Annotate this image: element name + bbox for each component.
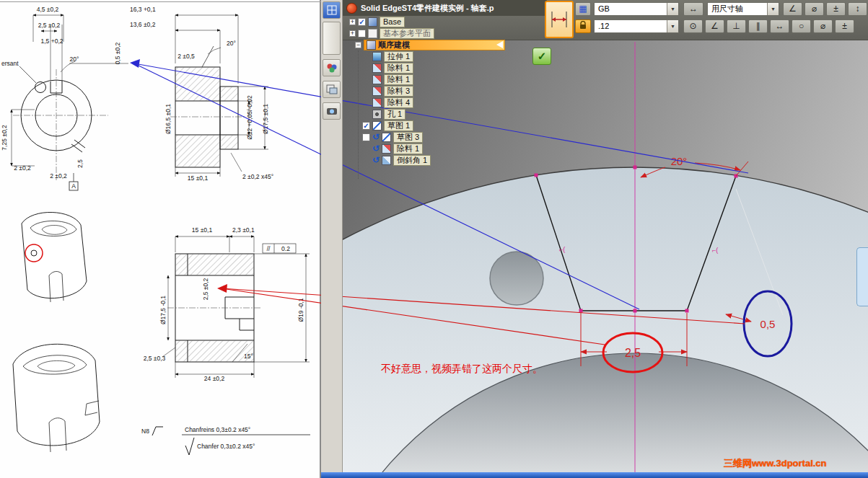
- edgebar-tab[interactable]: [856, 247, 868, 306]
- tree-item-label[interactable]: 基本参考平面: [380, 28, 434, 39]
- dimension-grid-icon-button[interactable]: ▦: [575, 2, 591, 16]
- cutout-icon: [372, 87, 382, 96]
- tree-item-cutout[interactable]: 除料 3: [345, 85, 518, 97]
- dim-label: 2,3 ±0,1: [232, 226, 255, 234]
- dock-grid-icon[interactable]: [323, 1, 341, 19]
- offset-dimension-value[interactable]: 0,5: [760, 318, 776, 330]
- tree-item-cutout[interactable]: 除料 4: [345, 97, 518, 108]
- iso-view-1: [22, 212, 87, 302]
- perpendicular-tool-button[interactable]: ⊥: [727, 19, 746, 33]
- tree-item-base[interactable]: + ✓ Base: [345, 16, 518, 27]
- parallelism-value: 0.2: [281, 245, 290, 252]
- diameter-dimension-tool-button[interactable]: ⌀: [805, 2, 824, 16]
- tree-item-label[interactable]: 除料 3: [384, 86, 413, 97]
- window-title: Solid EdgeST4零件建模实例 - 轴套.p: [361, 3, 494, 14]
- dim-label: 1,5 +0,2: [41, 37, 63, 45]
- dim-label: 2 ±0,2 x45°: [242, 173, 273, 180]
- part-hole[interactable]: [490, 252, 543, 305]
- checkbox-unchecked[interactable]: [362, 133, 370, 141]
- vertical-dimension-tool-button[interactable]: ↕: [848, 2, 867, 16]
- camera-icon[interactable]: [323, 102, 341, 120]
- ordered-modeling-banner[interactable]: 顺序建模: [364, 40, 505, 50]
- sketch-icon: [372, 121, 382, 130]
- dim-label: 20°: [227, 40, 236, 47]
- cutout-icon: [372, 63, 382, 73]
- tolerance-tool-button[interactable]: ±: [835, 19, 854, 33]
- distance-tool-button[interactable]: ↔: [770, 19, 789, 33]
- title-bar[interactable]: Solid EdgeST4零件建模实例 - 轴套.p: [343, 0, 547, 16]
- tree-item-ref-planes[interactable]: + 基本参考平面: [345, 27, 518, 39]
- tree-item-sketch-1[interactable]: ✓ 草图 1: [345, 120, 518, 131]
- dropdown-arrow-icon[interactable]: ▼: [667, 20, 678, 32]
- rollback-icon: ↺: [372, 144, 380, 154]
- tree-item-label[interactable]: 除料 1: [384, 74, 413, 85]
- tree-item-label[interactable]: 草图 3: [393, 132, 423, 143]
- parallel-tool-button[interactable]: ∥: [748, 19, 768, 33]
- circle-tool-button[interactable]: ○: [792, 19, 811, 33]
- tree-item-label[interactable]: 倒斜角 1: [393, 155, 431, 166]
- leader-label: ersant: [1, 60, 19, 67]
- base-icon: [368, 17, 377, 27]
- tree-item-sketch-3[interactable]: ↺ 草图 3: [345, 131, 518, 143]
- checkbox-checked[interactable]: ✓: [358, 18, 366, 26]
- dim-label: 2 ±0,5: [177, 53, 195, 60]
- tree-item-label[interactable]: 除料 1: [384, 63, 413, 74]
- smart-dimension-active-tool[interactable]: [545, 1, 574, 38]
- cutout-icon: [372, 75, 382, 84]
- dock-tab[interactable]: [323, 22, 341, 55]
- taskbar-strip: [321, 472, 868, 478]
- angle-dimension-value[interactable]: 20°: [671, 155, 688, 167]
- tree-item-ordered-modeling[interactable]: − 顺序建模: [345, 39, 518, 50]
- dim-label: 7,25 ±0,2: [1, 125, 8, 151]
- chamfer-icon: [382, 156, 391, 165]
- tree-item-cutout[interactable]: 除料 1: [345, 74, 518, 85]
- width-dimension-value[interactable]: 2,5: [625, 347, 641, 359]
- angle-dimension-tool-button[interactable]: ∠: [783, 2, 802, 16]
- tree-item-label[interactable]: 除料 4: [384, 97, 413, 108]
- accept-button[interactable]: ✓: [532, 48, 551, 65]
- expand-icon[interactable]: +: [349, 19, 356, 25]
- dim-label: Ø16,5 ±0,1: [165, 104, 172, 134]
- text-size-select[interactable]: .12 ▼: [594, 19, 679, 33]
- angle-tool-button[interactable]: ∠: [705, 19, 724, 33]
- diameter-tool-button[interactable]: ⌀: [813, 19, 833, 33]
- chamfer-note-en: Chanfer 0,3±0.2 x45°: [197, 443, 255, 450]
- collapse-icon[interactable]: −: [355, 42, 361, 48]
- lock-icon-button[interactable]: [575, 19, 591, 33]
- dim-label: 2 ±0,2: [50, 172, 67, 180]
- dim-label: 15 ±0,1: [188, 174, 209, 182]
- checkbox-unchecked[interactable]: [358, 30, 366, 37]
- assembly-icon[interactable]: [323, 59, 341, 76]
- dropdown-arrow-icon[interactable]: ▼: [767, 3, 779, 15]
- rollback-icon: ↺: [372, 156, 380, 165]
- expand-icon[interactable]: +: [349, 30, 356, 37]
- sketch-icon: [382, 133, 391, 142]
- tree-item-cutout-rolled[interactable]: ↺ 除料 1: [345, 143, 518, 154]
- hole-icon: [372, 110, 382, 119]
- tree-item-extrude[interactable]: 拉伸 1: [345, 50, 518, 62]
- tree-item-label[interactable]: 拉伸 1: [384, 51, 413, 62]
- tree-item-label[interactable]: 草图 1: [384, 120, 413, 131]
- sheet-icon[interactable]: [323, 81, 341, 98]
- tree-item-label[interactable]: 孔 1: [384, 109, 405, 120]
- chamfer-note: N8 Chanfreins 0,3±0.2 x45° Chanfer 0,3±0…: [141, 426, 310, 455]
- distance-between-tool-button[interactable]: ↔: [683, 2, 703, 16]
- ordered-modeling-icon: [367, 40, 376, 50]
- checkbox-checked[interactable]: ✓: [362, 122, 370, 130]
- front-view-dimension-lines: [12, 15, 128, 166]
- cutout-icon: [372, 98, 382, 107]
- tree-item-cutout[interactable]: 除料 1: [345, 62, 518, 74]
- dim-label: 20°: [70, 56, 79, 63]
- dim-label: 4,5 ±0,2: [37, 6, 59, 13]
- rollback-icon: ↺: [372, 133, 380, 142]
- tree-item-hole[interactable]: 孔 1: [345, 108, 518, 120]
- dimension-axis-select[interactable]: 用尺寸轴 ▼: [707, 2, 779, 16]
- symmetric-dimension-tool-button[interactable]: ±: [826, 2, 846, 16]
- concentric-tool-button[interactable]: ⊙: [683, 19, 703, 33]
- surface-finish-label: N8: [141, 428, 149, 435]
- tree-item-label[interactable]: 除料 1: [393, 143, 423, 154]
- dimension-style-select[interactable]: GB ▼: [594, 2, 679, 16]
- dropdown-arrow-icon[interactable]: ▼: [667, 3, 678, 15]
- tree-item-chamfer-rolled[interactable]: ↺ 倒斜角 1: [345, 154, 518, 166]
- tree-item-label[interactable]: Base: [380, 17, 405, 27]
